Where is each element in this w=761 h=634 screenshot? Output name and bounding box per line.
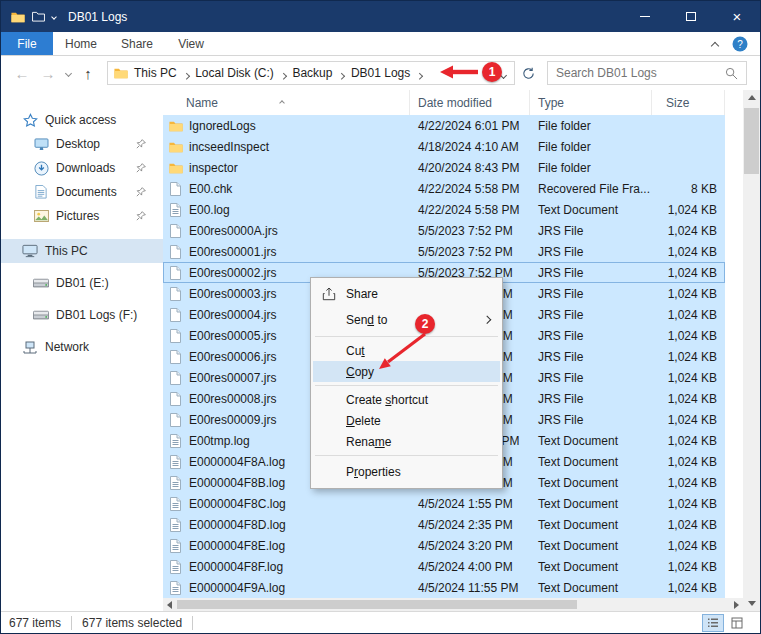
recent-locations-dropdown-icon[interactable] <box>61 71 75 76</box>
scroll-right-icon[interactable] <box>730 598 743 611</box>
breadcrumb-item-this-pc[interactable]: This PC <box>130 66 181 80</box>
file-name: E00res00009.jrs <box>189 413 276 427</box>
submenu-arrow-icon <box>482 316 490 324</box>
svg-text:?: ? <box>737 38 743 49</box>
file-size-cell: 1,024 KB <box>652 392 725 406</box>
column-header-date-modified[interactable]: Date modified <box>410 90 530 115</box>
file-name: inspector <box>189 161 238 175</box>
breadcrumb-chevron-icon[interactable] <box>339 64 344 82</box>
column-header-name[interactable]: Name <box>163 90 410 115</box>
menu-item-label: Rename <box>346 435 391 449</box>
sidebar-item-pictures[interactable]: Pictures <box>1 204 163 228</box>
address-folder-icon <box>114 67 128 79</box>
menu-item-rename[interactable]: Rename <box>313 431 500 452</box>
sidebar-item-db01-logs-f[interactable]: DB01 Logs (F:) <box>1 303 163 327</box>
thumbnail-view-button[interactable] <box>726 614 748 632</box>
breadcrumb-chevron-icon[interactable] <box>184 64 189 82</box>
column-header-type[interactable]: Type <box>530 90 652 115</box>
status-divider <box>71 616 72 630</box>
search-box[interactable]: Search DB01 Logs <box>547 61 747 85</box>
file-row-e0000004f9a-log[interactable]: E0000004F9A.log4/5/2024 11:55 PMText Doc… <box>163 577 725 598</box>
menu-item-label: Delete <box>346 414 381 428</box>
file-row-e0000004f8c-log[interactable]: E0000004F8C.log4/5/2024 1:55 PMText Docu… <box>163 493 725 514</box>
vertical-scrollbar-thumb[interactable] <box>744 108 759 174</box>
ribbon: FileHomeShareView ? <box>1 32 760 56</box>
sidebar-item-this-pc[interactable]: This PC <box>1 239 163 263</box>
file-name-cell: incseedInspect <box>163 140 410 154</box>
maximize-button[interactable] <box>668 1 714 32</box>
menu-item-share[interactable]: Share <box>313 281 500 307</box>
file-name-cell: E0000004F8C.log <box>163 497 410 511</box>
breadcrumb-item-local-disk-c[interactable]: Local Disk (C:) <box>191 66 278 80</box>
file-type-cell: Text Document <box>530 497 652 511</box>
file-name: E0000004F8A.log <box>189 455 285 469</box>
up-button[interactable]: ↑ <box>75 65 101 82</box>
close-button[interactable]: × <box>714 1 760 32</box>
file-row-e00-chk[interactable]: E00.chk4/22/2024 5:58 PMRecovered File F… <box>163 178 725 199</box>
pin-icon <box>132 187 150 197</box>
menu-item-delete[interactable]: Delete <box>313 410 500 431</box>
file-row-e0000004f8d-log[interactable]: E0000004F8D.log4/5/2024 2:35 PMText Docu… <box>163 514 725 535</box>
ribbon-tab-share[interactable]: Share <box>109 32 165 55</box>
file-type-cell: Text Document <box>530 539 652 553</box>
sidebar-item-db01-e[interactable]: DB01 (E:) <box>1 271 163 295</box>
breadcrumb-item-backup[interactable]: Backup <box>288 66 336 80</box>
ribbon-collapse-icon[interactable] <box>712 35 718 53</box>
ribbon-tab-file[interactable]: File <box>1 32 53 55</box>
refresh-button[interactable] <box>515 67 541 80</box>
star-icon <box>21 113 39 128</box>
ribbon-tab-home[interactable]: Home <box>53 32 109 55</box>
sidebar-item-label: DB01 (E:) <box>56 276 109 290</box>
sidebar-item-documents[interactable]: Documents <box>1 180 163 204</box>
details-view-button[interactable] <box>702 614 724 632</box>
file-type-cell: JRS File <box>530 413 652 427</box>
menu-item-label: Share <box>346 287 378 301</box>
minimize-button[interactable] <box>622 1 668 32</box>
vertical-scrollbar[interactable] <box>743 90 760 611</box>
scroll-left-icon[interactable] <box>163 598 176 611</box>
file-row-e00res00001-jrs[interactable]: E00res00001.jrs5/5/2023 7:52 PMJRS File1… <box>163 241 725 262</box>
navigation-toolbar: ← → ↑ This PCLocal Disk (C:)BackupDB01 L… <box>1 56 760 90</box>
sidebar-item-network[interactable]: Network <box>1 335 163 359</box>
back-button[interactable]: ← <box>9 65 35 82</box>
file-name: E00res00005.jrs <box>189 329 276 343</box>
horizontal-scrollbar-thumb[interactable] <box>177 600 577 609</box>
file-type-cell: JRS File <box>530 224 652 238</box>
ribbon-tabs: FileHomeShareView <box>1 32 217 55</box>
textdoc-icon <box>167 476 184 490</box>
scroll-up-icon[interactable] <box>743 90 760 105</box>
ribbon-tab-view[interactable]: View <box>165 32 217 55</box>
textdoc-icon <box>167 539 184 553</box>
file-row-e00-log[interactable]: E00.log4/22/2024 5:58 PMText Document1,0… <box>163 199 725 220</box>
sidebar-item-quick-access[interactable]: Quick access <box>1 108 163 132</box>
breadcrumb-item-db01-logs[interactable]: DB01 Logs <box>347 66 414 80</box>
file-row-inspector[interactable]: inspector4/20/2024 8:43 PMFile folder <box>163 157 725 178</box>
menu-item-create-shortcut[interactable]: Create shortcut <box>313 389 500 410</box>
file-row-ignoredlogs[interactable]: IgnoredLogs4/22/2024 6:01 PMFile folder <box>163 115 725 136</box>
help-icon[interactable]: ? <box>732 36 748 52</box>
menu-item-properties[interactable]: Properties <box>313 459 500 485</box>
qat-chevron-down-icon[interactable] <box>51 14 57 20</box>
pictures-icon <box>32 210 50 222</box>
file-row-e0000004f8f-log[interactable]: E0000004F8F.log4/5/2024 4:00 PMText Docu… <box>163 556 725 577</box>
file-size-cell: 1,024 KB <box>652 203 725 217</box>
breadcrumb-chevron-icon[interactable] <box>281 64 286 82</box>
file-row-e0000004f8e-log[interactable]: E0000004F8E.log4/5/2024 3:20 PMText Docu… <box>163 535 725 556</box>
file-size-cell: 1,024 KB <box>652 539 725 553</box>
annotation-2-arrow-icon <box>369 332 429 376</box>
sidebar-item-downloads[interactable]: Downloads <box>1 156 163 180</box>
menu-separator <box>315 455 498 456</box>
sidebar-item-desktop[interactable]: Desktop <box>1 132 163 156</box>
scroll-down-icon[interactable] <box>743 596 760 611</box>
file-row-incseedinspect[interactable]: incseedInspect4/18/2024 4:10 AMFile fold… <box>163 136 725 157</box>
file-size-cell: 1,024 KB <box>652 308 725 322</box>
qat-folder-icon[interactable] <box>32 11 45 22</box>
menu-item-send-to[interactable]: Send to <box>313 307 500 333</box>
file-name: E00res0000A.jrs <box>189 224 278 238</box>
forward-button[interactable]: → <box>35 65 61 82</box>
breadcrumb-chevron-icon[interactable] <box>417 64 422 82</box>
column-header-size[interactable]: Size <box>652 90 725 115</box>
file-row-e00res0000a-jrs[interactable]: E00res0000A.jrs5/5/2023 7:52 PMJRS File1… <box>163 220 725 241</box>
horizontal-scrollbar[interactable] <box>163 598 743 611</box>
file-size-cell: 1,024 KB <box>652 245 725 259</box>
